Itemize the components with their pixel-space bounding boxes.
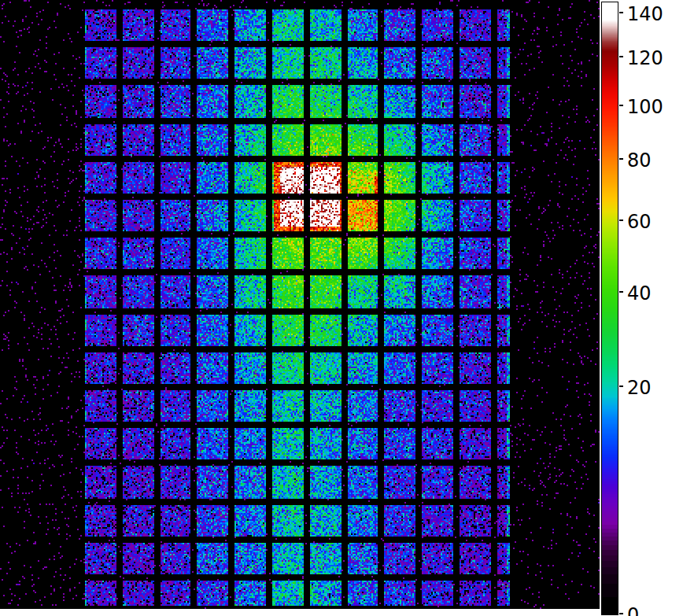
colorbar [601,2,618,615]
colorbar-tick [619,613,623,614]
colorbar-tick-label: 20 [627,378,652,397]
colorbar-tick [619,219,623,221]
colorbar-tick [619,385,623,387]
colorbar-tick [619,291,623,293]
colorbar-tick-label: 120 [627,49,663,68]
page: { "figure": { "width": 868, "height": 78… [0,0,683,616]
colorbar-tick-label: 80 [627,151,652,170]
colorbar-tick [619,56,623,57]
colorbar-tick [619,12,623,13]
colorbar-tick-label: 100 [627,98,663,116]
detector-image [0,0,600,609]
colorbar-tick [619,158,623,160]
colorbar-tick [619,105,623,106]
colorbar-tick-label: 0 [627,606,639,616]
colorbar-tick-label: 40 [627,284,652,303]
colorbar-tick-label: 140 [627,5,663,24]
colorbar-tick-label: 60 [627,212,652,231]
